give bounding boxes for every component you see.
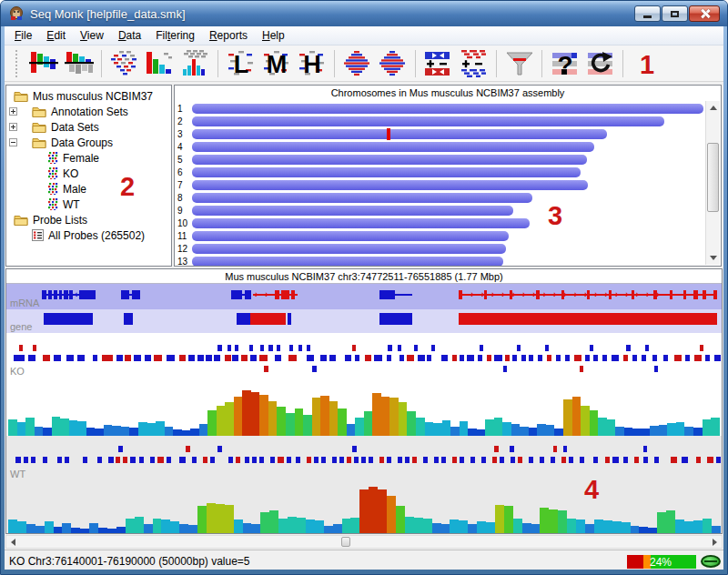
chromosome-row-12[interactable]: 12 [177,242,703,255]
tree-item-mus-musculus-ncbim37[interactable]: Mus musculus NCBIM37 [6,88,171,104]
chromosome-row-6[interactable]: 6 [177,166,703,178]
tree-item-all-probes-265502-[interactable]: All Probes (265502) [6,227,171,243]
chromosome-row-4[interactable]: 4 [177,140,703,153]
directional-features-icon[interactable] [421,48,455,79]
chromosome-row-9[interactable]: 9 [177,204,703,217]
menu-item-file[interactable]: File [7,27,39,44]
wt-data-track[interactable]: WT [6,436,722,534]
chromosome-bar[interactable] [192,104,703,114]
refresh-icon[interactable] [583,48,617,79]
ko-data-track[interactable]: KO [6,342,722,436]
close-button[interactable] [689,5,720,22]
chromosome-bar[interactable] [192,244,506,254]
chromosome-bar[interactable] [192,155,587,165]
sequence-read [225,355,231,361]
menu-item-filtering[interactable]: Filtering [148,27,202,44]
title-bar[interactable]: Seq Monk [helpfile_data.smk] [1,1,727,26]
sequence-read [467,355,474,361]
sequence-read [642,355,646,361]
chromosome-row-8[interactable]: 8 [177,191,703,204]
directional-reads-icon[interactable] [457,48,490,79]
menu-item-edit[interactable]: Edit [39,27,73,44]
chromosome-row-11[interactable]: 11 [177,229,703,242]
chromosome-bar[interactable] [192,167,581,177]
compact-reads-icon[interactable] [376,48,410,79]
chromosome-bar[interactable] [192,129,607,139]
menu-item-reports[interactable]: Reports [202,27,255,44]
chromosome-bar[interactable] [192,193,532,203]
vertical-scrollbar-thumb[interactable] [707,143,719,212]
toolbar-separator [415,50,416,77]
sequence-read [354,457,359,463]
gene-track[interactable]: gene [6,309,722,333]
vertical-scrollbar[interactable] [705,101,720,265]
expand-icon[interactable] [9,107,17,116]
tree-item-data-groups[interactable]: Data Groups [6,135,171,150]
sequence-read [452,457,457,463]
chromosome-number: 6 [177,167,192,177]
read-count-icon[interactable] [143,48,177,79]
menu-item-data[interactable]: Data [111,27,148,44]
quantitation-bar [80,529,89,534]
chromosome-row-5[interactable]: 5 [177,153,703,166]
quantitation-bar [278,519,288,534]
sequence-read [494,355,502,361]
scroll-down-button[interactable] [706,251,720,265]
chromosome-bar[interactable] [192,231,509,241]
chromosome-row-7[interactable]: 7 [177,178,703,191]
quantitation-bar [441,524,450,534]
low-data-zoom-icon[interactable]: L [224,48,258,79]
read-density-icon[interactable] [107,48,141,79]
chromosome-row-1[interactable]: 1 [177,102,703,115]
chromosome-bar[interactable] [192,116,664,126]
mrna-track[interactable]: mRNA ‹‹‹‹‹‹›››‹‹›››››››››››››››››››› [6,284,722,309]
chromosome-bar[interactable] [192,257,503,267]
chromosome-row-10[interactable]: 10 [177,217,703,229]
probe-trend-icon[interactable] [178,48,212,79]
quantitation-bar [396,506,405,534]
packed-reads-icon[interactable] [340,48,374,79]
expand-icon[interactable] [9,123,17,131]
maximize-button[interactable] [662,5,688,22]
sequence-read [134,355,141,361]
tree-item-wt[interactable]: WT [6,197,171,212]
chromosome-row-2[interactable]: 2 [177,115,703,127]
scroll-right-button[interactable] [708,535,722,549]
quantitation-bar [359,489,369,534]
horizontal-scrollbar[interactable] [5,535,723,549]
quantitation-bar [576,520,585,534]
chromosome-bar[interactable] [192,180,588,190]
tree-item-probe-lists[interactable]: Probe Lists [6,212,171,227]
quantitation-bar [129,428,138,436]
gene-feature [288,313,291,325]
tree-item-male[interactable]: Male [6,181,171,197]
chromosome-bar[interactable] [192,142,594,152]
chromosome-row-3[interactable]: 3 [177,127,703,140]
quantitation-bar [188,525,197,534]
medium-data-zoom-icon[interactable]: M [259,48,293,79]
chromosome-bar[interactable] [192,218,530,228]
menu-item-help[interactable]: Help [255,27,292,44]
tree-item-annotation-sets[interactable]: Annotation Sets [6,104,171,119]
tree-item-female[interactable]: Female [6,150,171,166]
quantitated-data-icon[interactable] [26,48,60,79]
collapse-icon[interactable] [9,138,17,146]
probelist-icon [32,229,44,241]
scroll-left-button[interactable] [6,535,20,549]
raw-data-icon[interactable] [62,48,96,79]
high-data-zoom-icon[interactable]: H [295,48,329,79]
annotation-label-4: 4 [584,475,599,505]
sequence-read [605,457,610,463]
filter-icon[interactable] [502,48,536,79]
tree-item-ko[interactable]: KO [6,166,171,181]
quantitation-bar [667,423,676,436]
help-icon[interactable]: ? [548,48,581,79]
horizontal-scrollbar-thumb[interactable] [341,537,350,547]
minimize-button[interactable] [634,5,661,22]
menu-item-view[interactable]: View [73,27,111,44]
chromosome-bar[interactable] [192,206,513,216]
tree-item-data-sets[interactable]: Data Sets [6,119,171,135]
sequence-read [460,355,464,361]
scroll-up-button[interactable] [706,101,720,115]
chromosome-row-13[interactable]: 13 [177,255,703,267]
